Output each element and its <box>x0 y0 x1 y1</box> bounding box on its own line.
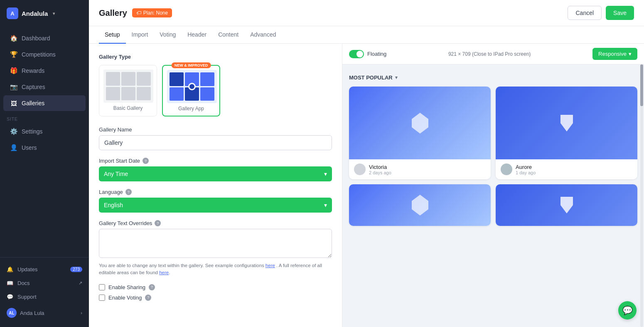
tab-setup[interactable]: Setup <box>99 26 126 44</box>
user-name: Anda Lula <box>20 310 44 316</box>
gallery-preview[interactable]: MOST POPULAR ▾ Vic <box>342 64 644 327</box>
sharing-help-icon[interactable]: ? <box>149 284 155 290</box>
tabs-bar: Setup Import Voting Header Content Advan… <box>89 26 644 44</box>
save-button[interactable]: Save <box>606 6 634 20</box>
sidebar-item-competitions[interactable]: 🏆 Competitions <box>3 47 86 62</box>
sidebar-item-users[interactable]: 👤 Users <box>3 140 86 156</box>
users-icon: 👤 <box>10 144 17 151</box>
gallery-card <box>349 184 491 226</box>
gallery-name-label: Gallery Name <box>99 126 332 133</box>
topbar-left: Gallery 🏷 Plan: None <box>99 8 172 18</box>
gallery-name-group: Gallery Name <box>99 126 332 150</box>
gallery-card-meta: Victoria 2 days ago <box>349 159 491 179</box>
right-panel: Floating 921 × 709 (Close to IPad Pro sc… <box>342 44 644 327</box>
floating-toggle-row: Floating <box>349 50 386 58</box>
gallery-card-meta: Aurore 1 day ago <box>496 159 637 179</box>
sort-bar[interactable]: MOST POPULAR ▾ <box>349 71 637 87</box>
gallery-logo-shape <box>554 111 579 136</box>
sidebar-item-label: Settings <box>22 128 43 135</box>
floating-label: Floating <box>367 51 386 57</box>
topbar-actions: Cancel Save <box>568 6 634 20</box>
scroll-thumb[interactable] <box>640 64 643 106</box>
rewards-icon: 🎁 <box>10 67 17 74</box>
voting-help-icon[interactable]: ? <box>145 295 151 301</box>
sidebar-bottom: 🔔 Updates 273 📖 Docs ↗ 💬 Support AL Anda… <box>0 257 89 327</box>
workspace-icon: A <box>7 7 18 19</box>
gallery-type-basic[interactable]: Basic Gallery <box>99 65 157 116</box>
plan-badge[interactable]: 🏷 Plan: None <box>132 8 172 17</box>
language-select[interactable]: English ▾ <box>99 198 332 213</box>
sidebar-item-docs[interactable]: 📖 Docs ↗ <box>0 276 89 290</box>
responsive-button[interactable]: Responsive ▾ <box>592 48 637 60</box>
workspace-logo[interactable]: A Andalula ▾ <box>0 0 89 27</box>
text-overrides-group: Gallery Text Overrides ? You are able to… <box>99 220 332 277</box>
chat-icon: 💬 <box>622 305 633 315</box>
sort-chevron-icon: ▾ <box>395 75 398 80</box>
tab-content[interactable]: Content <box>212 26 244 44</box>
sidebar-item-label: Galleries <box>22 100 44 107</box>
preview-topbar: Floating 921 × 709 (Close to IPad Pro sc… <box>342 44 644 64</box>
content-area: Gallery Type Basic Gallery <box>89 44 644 327</box>
dashboard-icon: 🏠 <box>10 35 17 42</box>
sidebar-item-captures[interactable]: 📷 Captures <box>3 79 86 95</box>
here-link-1[interactable]: here <box>265 263 275 268</box>
sidebar-item-settings[interactable]: ⚙️ Settings <box>3 124 86 139</box>
gallery-name-input[interactable] <box>99 135 332 150</box>
basic-gallery-label: Basic Gallery <box>103 105 152 111</box>
language-label: Language ? <box>99 189 332 195</box>
sidebar-item-support[interactable]: 💬 Support <box>0 290 89 304</box>
sidebar-item-label: Dashboard <box>22 35 50 42</box>
sidebar-item-galleries[interactable]: 🖼 Galleries <box>3 95 86 111</box>
chat-bubble[interactable]: 💬 <box>618 301 637 320</box>
here-link-2[interactable]: here <box>159 270 169 275</box>
sidebar-item-label: Rewards <box>22 67 44 74</box>
gallery-logo-shape <box>408 193 433 218</box>
tab-voting[interactable]: Voting <box>154 26 182 44</box>
workspace-name: Andalula <box>22 10 48 17</box>
tab-advanced[interactable]: Advanced <box>244 26 282 44</box>
language-help-icon[interactable]: ? <box>125 189 132 195</box>
user-chevron: › <box>81 310 82 315</box>
gallery-card-user-info: Aurore 1 day ago <box>516 164 536 175</box>
enable-voting-checkbox[interactable] <box>99 295 105 301</box>
language-chevron-icon: ▾ <box>324 202 327 208</box>
gallery-logo-shape <box>554 193 579 218</box>
floating-toggle[interactable] <box>349 50 364 58</box>
gallery-type-group: Gallery Type Basic Gallery <box>99 54 332 116</box>
galleries-icon: 🖼 <box>10 99 17 107</box>
gallery-app-label: Gallery App <box>167 106 215 111</box>
enable-sharing-checkbox[interactable] <box>99 284 105 290</box>
enable-sharing-label: Enable Sharing <box>108 284 145 290</box>
plan-icon: 🏷 <box>136 10 141 16</box>
cell <box>200 87 214 101</box>
text-overrides-help-icon[interactable]: ? <box>155 220 161 226</box>
text-overrides-hint: You are able to change any text within t… <box>99 262 332 277</box>
gallery-card <box>496 184 637 226</box>
sidebar-item-updates[interactable]: 🔔 Updates 273 <box>0 263 89 276</box>
settings-icon: ⚙️ <box>10 128 17 135</box>
sidebar-item-rewards[interactable]: 🎁 Rewards <box>3 63 86 79</box>
gallery-card-image <box>349 87 491 159</box>
basic-gallery-preview <box>103 69 153 103</box>
text-overrides-textarea[interactable] <box>99 229 332 258</box>
tab-header[interactable]: Header <box>182 26 212 44</box>
gallery-card-user-info: Victoria 2 days ago <box>369 164 391 175</box>
sidebar-item-dashboard[interactable]: 🏠 Dashboard <box>3 30 86 46</box>
gallery-type-app[interactable]: NEW & IMPROVED Gallery App <box>162 65 220 116</box>
cell <box>137 87 151 101</box>
import-start-date-select[interactable]: Any Time ▾ <box>99 166 332 181</box>
site-section-label: Site <box>0 111 89 123</box>
page-title: Gallery <box>99 8 127 18</box>
gallery-card-user-time: 1 day ago <box>516 170 536 175</box>
import-date-help-icon[interactable]: ? <box>143 158 149 164</box>
cancel-button[interactable]: Cancel <box>568 6 602 20</box>
captures-icon: 📷 <box>10 83 17 91</box>
cell <box>170 72 184 86</box>
gallery-card-image <box>496 87 637 159</box>
user-row[interactable]: AL Anda Lula › <box>0 304 89 322</box>
gallery-card-user-name: Aurore <box>516 164 536 170</box>
tab-import[interactable]: Import <box>126 26 154 44</box>
gallery-grid: Victoria 2 days ago <box>349 87 637 226</box>
app-center-dot <box>188 83 196 90</box>
cell <box>106 87 120 101</box>
